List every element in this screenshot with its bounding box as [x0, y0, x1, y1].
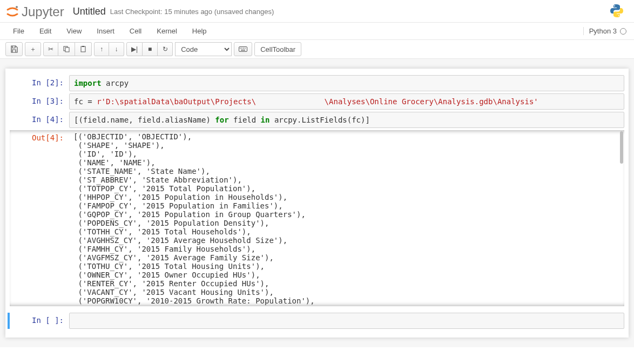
menu-file[interactable]: File: [5, 23, 32, 39]
cell-type-select[interactable]: Code: [175, 42, 232, 56]
keyboard-icon: [239, 46, 247, 52]
input-prompt: In [2]:: [10, 75, 69, 91]
scissors-icon: ✂: [48, 45, 53, 53]
svg-rect-12: [245, 48, 246, 49]
cell-toolbar-button[interactable]: CellToolbar: [254, 42, 301, 56]
menu-kernel[interactable]: Kernel: [149, 23, 185, 39]
input-prompt: In [3]:: [10, 93, 69, 110]
svg-rect-11: [243, 48, 244, 49]
menu-view[interactable]: View: [59, 23, 89, 39]
svg-point-1: [614, 5, 615, 6]
code-input[interactable]: import arcpy: [69, 75, 624, 91]
jupyter-logo[interactable]: Jupyter: [5, 4, 64, 19]
stop-icon: ■: [148, 45, 152, 53]
move-down-button[interactable]: ↓: [109, 42, 124, 56]
add-cell-button[interactable]: ＋: [25, 42, 41, 56]
code-cell-selected[interactable]: In [ ]:: [8, 313, 624, 329]
scrollbar[interactable]: [620, 131, 623, 164]
output-prompt: Out[4]:: [10, 130, 69, 305]
svg-rect-9: [240, 48, 241, 49]
menu-help[interactable]: Help: [185, 23, 214, 39]
cut-button[interactable]: ✂: [43, 42, 58, 56]
code-input[interactable]: fc = r'D:\spatialData\baOutput\Projects\…: [69, 93, 624, 110]
code-cell[interactable]: In [2]: import arcpy: [10, 75, 624, 91]
menu-insert[interactable]: Insert: [89, 23, 122, 39]
python-icon: [609, 3, 624, 20]
output-scroll-area[interactable]: Out[4]: [('OBJECTID', 'OBJECTID'), ('SHA…: [10, 130, 624, 306]
menu: File Edit View Insert Cell Kernel Help: [5, 23, 214, 39]
notebook: In [2]: import arcpy In [3]: fc = r'D:\s…: [5, 69, 629, 338]
input-prompt: In [4]:: [10, 112, 69, 128]
header: Jupyter Untitled Last Checkpoint: 15 min…: [0, 0, 634, 22]
refresh-icon: ↻: [163, 45, 168, 53]
menu-cell[interactable]: Cell: [122, 23, 149, 39]
copy-icon: [63, 45, 70, 53]
interrupt-button[interactable]: ■: [143, 42, 158, 56]
svg-rect-4: [65, 48, 69, 52]
code-input[interactable]: [(field.name, field.aliasName) for field…: [69, 112, 624, 128]
command-palette-button[interactable]: [234, 42, 252, 56]
step-forward-icon: ▶|: [131, 45, 138, 53]
kernel-indicator: Python 3: [583, 27, 629, 35]
kernel-status-icon: [620, 28, 626, 35]
menubar: File Edit View Insert Cell Kernel Help P…: [0, 22, 634, 40]
paste-button[interactable]: [75, 42, 92, 56]
svg-point-2: [618, 15, 619, 16]
run-button[interactable]: ▶|: [126, 42, 143, 56]
menu-edit[interactable]: Edit: [32, 23, 59, 39]
svg-point-0: [16, 6, 18, 8]
jupyter-icon: [5, 5, 19, 19]
svg-rect-7: [239, 47, 247, 52]
save-button[interactable]: [5, 42, 23, 56]
arrow-down-icon: ↓: [115, 45, 118, 53]
svg-rect-5: [81, 46, 85, 52]
svg-rect-10: [241, 48, 242, 49]
notebook-title[interactable]: Untitled: [73, 6, 106, 17]
checkpoint-text: Last Checkpoint: 15 minutes ago (unsaved…: [110, 8, 274, 16]
output-text: [('OBJECTID', 'OBJECTID'), ('SHAPE', 'SH…: [69, 130, 624, 305]
svg-rect-6: [82, 46, 84, 47]
notebook-container: In [2]: import arcpy In [3]: fc = r'D:\s…: [0, 59, 634, 347]
arrow-up-icon: ↑: [100, 45, 103, 53]
move-up-button[interactable]: ↑: [94, 42, 109, 56]
code-cell[interactable]: In [3]: fc = r'D:\spatialData\baOutput\P…: [10, 93, 624, 110]
output-cell: Out[4]: [('OBJECTID', 'OBJECTID'), ('SHA…: [10, 130, 624, 305]
logo-text: Jupyter: [22, 4, 64, 19]
code-cell[interactable]: In [4]: [(field.name, field.aliasName) f…: [10, 112, 624, 128]
paste-icon: [79, 45, 87, 53]
kernel-name: Python 3: [589, 27, 617, 35]
plus-icon: ＋: [30, 45, 36, 54]
input-prompt: In [ ]:: [10, 313, 69, 329]
toolbar: ＋ ✂ ↑ ↓ ▶| ■ ↻ Code CellToolbar: [0, 40, 634, 59]
code-input[interactable]: [69, 313, 624, 329]
restart-button[interactable]: ↻: [158, 42, 173, 56]
svg-rect-8: [241, 50, 245, 51]
copy-button[interactable]: [58, 42, 75, 56]
